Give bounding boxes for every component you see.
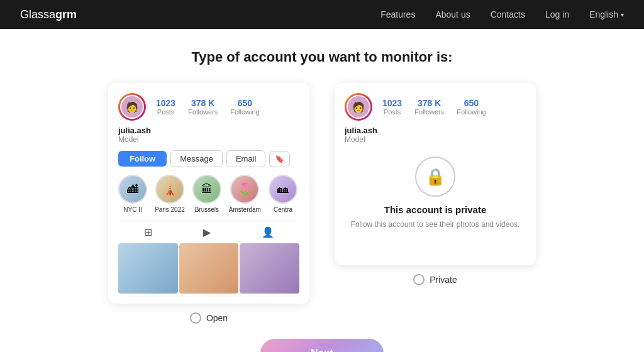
logo-text: Glassagrm xyxy=(20,8,77,21)
radio-circle-open xyxy=(190,312,201,324)
grid-thumbnails xyxy=(118,243,299,294)
nav-links: Features About us Contacts Log in Englis… xyxy=(380,9,624,19)
highlight-paris: 🗼 Paris 2022 xyxy=(155,175,185,213)
stat-followers-open: 378 K Followers xyxy=(188,98,218,116)
page-title: Type of account you want to monitor is: xyxy=(191,49,452,65)
nav-link-login[interactable]: Log in xyxy=(545,9,569,19)
highlight-label-paris: Paris 2022 xyxy=(155,206,185,213)
private-card-wrapper: 🧑 1023 Posts 378 K Followers xyxy=(335,83,536,285)
tab-icons-row: ⊞ ▶ 👤 xyxy=(118,221,299,241)
followers-value-p: 378 K xyxy=(418,98,441,108)
radio-open[interactable]: Open xyxy=(190,312,228,324)
stats-open: 1023 Posts 378 K Followers 650 Following xyxy=(156,98,299,116)
highlight-label-nyc: NYC II xyxy=(123,206,142,213)
avatar-image-private: 🧑 xyxy=(347,95,370,119)
highlight-label-brussels: Brussels xyxy=(195,206,219,213)
thumbnail-2 xyxy=(179,243,239,294)
cards-row: 🧑 1023 Posts 378 K Followers xyxy=(108,83,536,324)
main-content: Type of account you want to monitor is: … xyxy=(0,29,644,352)
next-btn-wrapper: Next xyxy=(260,339,384,352)
user-desc-open: Model xyxy=(118,135,299,144)
highlight-circle-central: 🏘 xyxy=(269,175,297,204)
language-selector[interactable]: English ▾ xyxy=(589,9,624,19)
followers-value: 378 K xyxy=(191,98,214,108)
posts-value: 1023 xyxy=(156,98,175,108)
posts-value-p: 1023 xyxy=(382,98,402,108)
nav-link-features[interactable]: Features xyxy=(380,9,415,19)
nav-link-contacts[interactable]: Contacts xyxy=(491,9,525,19)
posts-label: Posts xyxy=(157,108,175,116)
highlight-label-central: Centra xyxy=(274,206,292,213)
radio-open-label: Open xyxy=(206,313,228,323)
username-private: julia.ash xyxy=(345,126,526,135)
highlight-central: 🏘 Centra xyxy=(269,175,297,213)
user-desc-private: Model xyxy=(345,135,526,144)
highlight-label-amsterdam: Amsterdam xyxy=(229,206,261,213)
followers-label-p: Followers xyxy=(414,108,444,116)
highlight-circle-brussels: 🏛 xyxy=(192,175,221,204)
stat-following-open: 650 Following xyxy=(230,98,259,116)
highlight-amsterdam: 🌷 Amsterdam xyxy=(229,175,261,213)
username-open: julia.ash xyxy=(118,126,299,135)
radio-circle-private xyxy=(413,274,425,285)
avatar-open: 🧑 xyxy=(118,93,146,121)
video-icon[interactable]: ▶ xyxy=(203,226,211,238)
following-label-p: Following xyxy=(457,108,486,116)
more-icon-button[interactable]: 🔖 xyxy=(269,151,290,167)
profile-row-open: 🧑 1023 Posts 378 K Followers xyxy=(118,93,299,121)
posts-label-p: Posts xyxy=(384,108,401,116)
nav-link-about[interactable]: About us xyxy=(435,9,470,19)
next-button[interactable]: Next xyxy=(260,339,384,352)
stat-posts-private: 1023 Posts xyxy=(382,98,402,116)
highlight-circle-amsterdam: 🌷 xyxy=(230,175,259,204)
follow-button[interactable]: Follow xyxy=(118,151,167,167)
private-title: This account is private xyxy=(345,204,526,215)
avatar-image-open: 🧑 xyxy=(120,95,144,119)
logo: Glassagrm xyxy=(20,8,77,21)
followers-label: Followers xyxy=(188,108,218,116)
highlight-brussels: 🏛 Brussels xyxy=(192,175,221,213)
open-card: 🧑 1023 Posts 378 K Followers xyxy=(108,83,309,304)
highlight-circle-paris: 🗼 xyxy=(155,175,184,204)
navbar: Glassagrm Features About us Contacts Log… xyxy=(0,0,644,29)
person-icon[interactable]: 👤 xyxy=(262,226,274,238)
action-btns: Follow Message Email 🔖 xyxy=(118,150,299,167)
thumbnail-1 xyxy=(118,243,178,294)
following-label: Following xyxy=(230,108,259,116)
lock-icon: 🔒 xyxy=(415,157,455,197)
message-button[interactable]: Message xyxy=(170,150,223,167)
chevron-down-icon: ▾ xyxy=(621,11,624,18)
avatar-private: 🧑 xyxy=(345,93,372,121)
private-description: Follow this account to see their photos … xyxy=(345,219,526,230)
language-label: English xyxy=(589,9,618,19)
highlight-circle-nyc: 🏙 xyxy=(118,175,147,204)
stat-posts-open: 1023 Posts xyxy=(156,98,175,116)
radio-private-label: Private xyxy=(430,275,457,285)
stat-followers-private: 378 K Followers xyxy=(414,98,444,116)
following-value: 650 xyxy=(238,98,252,108)
private-card: 🧑 1023 Posts 378 K Followers xyxy=(335,83,536,265)
open-card-wrapper: 🧑 1023 Posts 378 K Followers xyxy=(108,83,309,324)
grid-icon[interactable]: ⊞ xyxy=(144,226,152,238)
following-value-p: 650 xyxy=(464,98,479,108)
radio-private[interactable]: Private xyxy=(413,274,457,285)
highlight-nyc: 🏙 NYC II xyxy=(118,175,147,213)
stat-following-private: 650 Following xyxy=(457,98,486,116)
email-button[interactable]: Email xyxy=(226,150,266,167)
highlights-row: 🏙 NYC II 🗼 Paris 2022 🏛 Brussels 🌷 xyxy=(118,175,299,213)
stats-private: 1023 Posts 378 K Followers 650 Following xyxy=(382,98,526,116)
profile-row-private: 🧑 1023 Posts 378 K Followers xyxy=(345,93,526,121)
thumbnail-3 xyxy=(240,243,299,294)
